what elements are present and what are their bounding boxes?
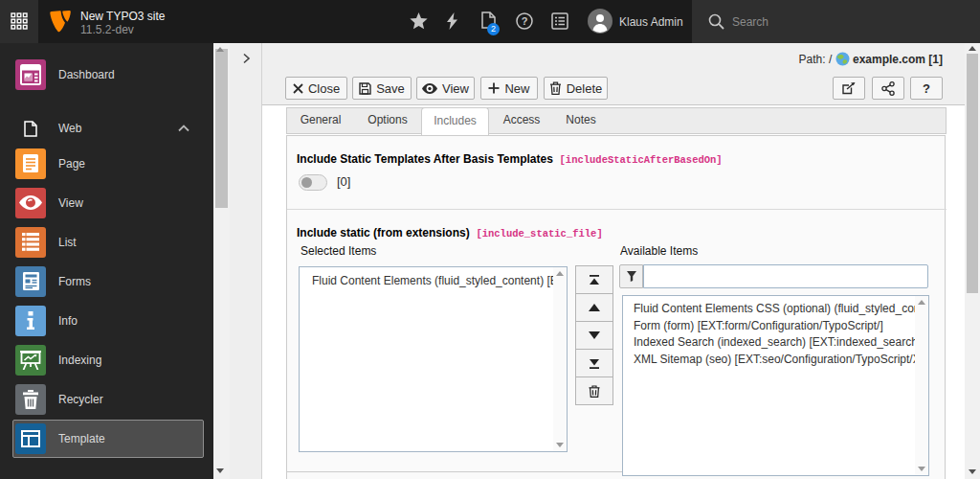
svg-text:?: ? [522, 15, 528, 27]
